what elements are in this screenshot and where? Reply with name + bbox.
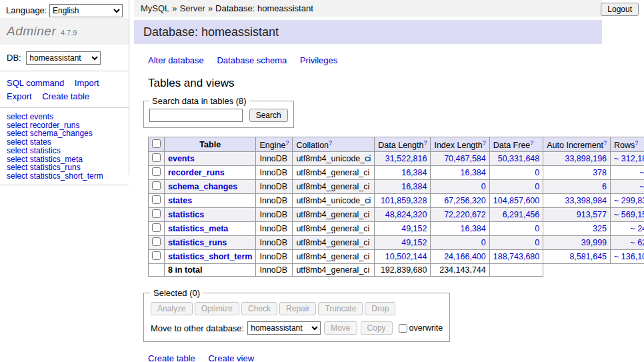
table-name-link[interactable]: schema_changes — [168, 182, 237, 191]
overwrite-option: overwrite — [399, 323, 443, 333]
rows-link[interactable]: ~ 5 — [639, 168, 644, 177]
index-length-link[interactable]: 16,384 — [461, 168, 486, 177]
auto-increment-link[interactable]: 325 — [593, 224, 607, 233]
create-table-sidebar-link[interactable]: Create table — [42, 91, 89, 101]
language-select[interactable]: English — [49, 4, 123, 17]
privileges-link[interactable]: Privileges — [300, 55, 337, 65]
sidebar-select-link[interactable]: select states — [7, 138, 122, 147]
search-button[interactable]: Search — [249, 109, 288, 122]
rows-link[interactable]: ~ 3 — [639, 182, 644, 191]
index-length-link[interactable]: 72,220,672 — [444, 210, 486, 219]
auto-increment-link[interactable]: 33,398,984 — [565, 196, 607, 205]
data-length-link[interactable]: 49,152 — [401, 224, 427, 233]
row-checkbox[interactable] — [152, 223, 161, 232]
create-view-link[interactable]: Create view — [208, 353, 254, 362]
auto-increment-link[interactable]: 8,581,645 — [569, 252, 607, 261]
export-link[interactable]: Export — [7, 91, 32, 101]
index-length-link[interactable]: 67,256,320 — [444, 196, 486, 205]
rows-link[interactable]: ~ 244 — [630, 224, 644, 233]
data-free-link[interactable]: 6,291,456 — [503, 210, 540, 219]
auto-increment-link[interactable]: 39,999 — [581, 238, 607, 247]
auto-increment-link[interactable]: 913,577 — [577, 210, 607, 219]
move-label: Move to other database: — [151, 323, 244, 333]
drop-button[interactable]: Drop — [365, 302, 395, 315]
auto-increment-link[interactable]: 378 — [593, 168, 607, 177]
data-free-link[interactable]: 104,857,600 — [493, 196, 540, 205]
truncate-button[interactable]: Truncate — [318, 302, 363, 315]
column-help-link[interactable]: ? — [603, 139, 607, 146]
row-checkbox[interactable] — [152, 153, 161, 162]
breadcrumb-mysql-link[interactable]: MySQL — [141, 3, 169, 13]
rows-link[interactable]: ~ 569,159 — [614, 210, 644, 219]
logout-button[interactable]: Logout — [601, 3, 639, 16]
rows-link[interactable]: ~ 312,180 — [614, 154, 644, 163]
alter-database-link[interactable]: Alter database — [148, 55, 204, 65]
row-checkbox[interactable] — [152, 181, 161, 190]
analyze-button[interactable]: Analyze — [151, 302, 193, 315]
data-free-link[interactable]: 0 — [535, 182, 539, 191]
table-name-link[interactable]: statistics_short_term — [168, 252, 252, 261]
table-name-link[interactable]: states — [168, 196, 192, 205]
move-db-select[interactable]: homeassistant — [247, 321, 321, 335]
sidebar-select-link[interactable]: select statistics_short_term — [7, 172, 122, 181]
copy-button[interactable]: Copy — [361, 321, 393, 335]
import-link[interactable]: Import — [75, 78, 99, 88]
row-checkbox[interactable] — [152, 195, 161, 204]
database-schema-link[interactable]: Database schema — [217, 55, 287, 65]
search-input[interactable] — [149, 109, 243, 122]
index-length-link[interactable]: 0 — [481, 238, 486, 247]
rows-link[interactable]: ~ 299,833 — [614, 196, 644, 205]
move-button[interactable]: Move — [324, 321, 357, 335]
check-button[interactable]: Check — [241, 302, 277, 315]
data-free-link[interactable]: 188,743,680 — [493, 252, 540, 261]
table-name-link[interactable]: events — [168, 154, 195, 163]
auto-increment-link[interactable]: 33,898,196 — [565, 154, 607, 163]
data-length-link[interactable]: 10,502,144 — [385, 252, 427, 261]
auto-increment-link[interactable]: 6 — [602, 182, 607, 191]
column-help-link[interactable]: ? — [530, 139, 533, 146]
repair-button[interactable]: Repair — [279, 302, 316, 315]
table-name-link[interactable]: statistics_runs — [168, 238, 227, 247]
create-table-link[interactable]: Create table — [148, 353, 195, 362]
table-name-cell: events — [165, 152, 256, 166]
index-length-link[interactable]: 0 — [481, 182, 486, 191]
sidebar-select-link[interactable]: select statistics — [7, 147, 122, 155]
sql-command-link[interactable]: SQL command — [7, 78, 64, 88]
rows-link[interactable]: ~ 628 — [630, 238, 644, 247]
row-checkbox[interactable] — [152, 251, 161, 260]
table-name-link[interactable]: recorder_runs — [168, 168, 225, 177]
table-name-link[interactable]: statistics_meta — [168, 224, 228, 233]
data-length-link[interactable]: 16,384 — [401, 182, 427, 191]
row-checkbox[interactable] — [152, 167, 161, 176]
rows-link[interactable]: ~ 136,108 — [614, 252, 644, 261]
column-help-link[interactable]: ? — [329, 139, 332, 146]
column-help-link[interactable]: ? — [285, 139, 289, 146]
row-checkbox[interactable] — [152, 209, 161, 218]
breadcrumb-server-link[interactable]: Server — [180, 3, 205, 13]
data-length-link[interactable]: 48,824,320 — [385, 210, 427, 219]
data-length-link[interactable]: 49,152 — [401, 238, 427, 247]
column-help-link[interactable]: ? — [423, 139, 427, 146]
app-name[interactable]: Adminer — [7, 24, 56, 38]
index-length-link[interactable]: 16,384 — [461, 224, 486, 233]
select-all-checkbox[interactable] — [152, 139, 161, 148]
data-length-link[interactable]: 101,859,328 — [381, 196, 427, 205]
search-fieldset: Search data in tables (8) Search — [143, 96, 294, 128]
overwrite-checkbox[interactable] — [399, 324, 407, 333]
index-length-link[interactable]: 24,166,400 — [444, 252, 486, 261]
engine-cell: InnoDB — [256, 166, 293, 180]
data-length-link[interactable]: 16,384 — [401, 168, 427, 177]
data-free-link[interactable]: 0 — [535, 238, 539, 247]
data-free-link[interactable]: 0 — [535, 224, 539, 233]
db-select[interactable]: homeassistant — [26, 51, 101, 65]
column-help-link[interactable]: ? — [635, 139, 638, 146]
row-checkbox[interactable] — [152, 237, 161, 246]
index-length-link[interactable]: 70,467,584 — [444, 154, 486, 163]
column-help-link[interactable]: ? — [483, 139, 486, 146]
sidebar-select-link[interactable]: select events — [7, 113, 122, 121]
table-name-link[interactable]: statistics — [168, 210, 204, 219]
optimize-button[interactable]: Optimize — [195, 302, 239, 315]
data-free-link[interactable]: 0 — [535, 168, 539, 177]
data-free-link[interactable]: 50,331,648 — [498, 154, 540, 163]
data-length-link[interactable]: 31,522,816 — [385, 154, 427, 163]
